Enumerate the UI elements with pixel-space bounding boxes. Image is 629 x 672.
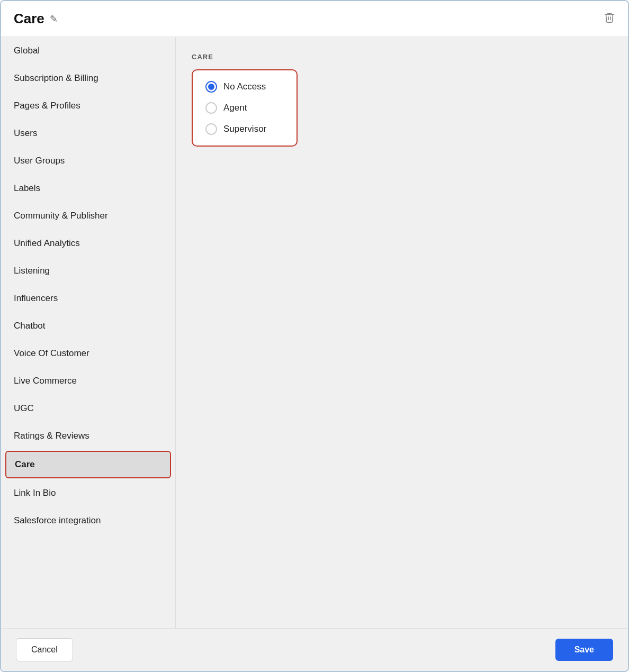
sidebar-item-care[interactable]: Care [5, 451, 171, 478]
content-area: CARE No Access Agent Supervisor [176, 37, 628, 628]
sidebar-item-labels[interactable]: Labels [1, 175, 175, 202]
edit-icon[interactable]: ✎ [50, 13, 58, 25]
sidebar-item-chatbot[interactable]: Chatbot [1, 312, 175, 340]
radio-label-supervisor: Supervisor [223, 124, 266, 134]
sidebar-item-community-publisher[interactable]: Community & Publisher [1, 202, 175, 230]
sidebar-item-pages-profiles[interactable]: Pages & Profiles [1, 92, 175, 120]
sidebar-item-global[interactable]: Global [1, 37, 175, 65]
header: Care ✎ [1, 1, 628, 37]
header-left: Care ✎ [14, 11, 58, 27]
sidebar-item-users[interactable]: Users [1, 120, 175, 147]
trash-icon[interactable] [604, 12, 615, 26]
radio-label-no-access: No Access [223, 81, 266, 92]
radio-option-no-access[interactable]: No Access [205, 81, 284, 93]
page-title: Care [14, 11, 44, 27]
radio-option-supervisor[interactable]: Supervisor [205, 123, 284, 135]
sidebar-item-voice-of-customer[interactable]: Voice Of Customer [1, 340, 175, 367]
cancel-button[interactable]: Cancel [16, 638, 73, 661]
sidebar-item-ratings-reviews[interactable]: Ratings & Reviews [1, 422, 175, 450]
sidebar-item-subscription-billing[interactable]: Subscription & Billing [1, 65, 175, 92]
save-button[interactable]: Save [555, 639, 613, 661]
sidebar-item-live-commerce[interactable]: Live Commerce [1, 367, 175, 395]
sidebar-item-ugc[interactable]: UGC [1, 395, 175, 422]
sidebar-item-listening[interactable]: Listening [1, 257, 175, 285]
radio-option-agent[interactable]: Agent [205, 102, 284, 114]
radio-circle-supervisor [205, 123, 217, 135]
sidebar-item-influencers[interactable]: Influencers [1, 285, 175, 312]
footer: Cancel Save [1, 628, 628, 671]
radio-group-box: No Access Agent Supervisor [192, 69, 298, 147]
sidebar: Global Subscription & Billing Pages & Pr… [1, 37, 176, 628]
svg-rect-0 [607, 13, 612, 14]
radio-circle-agent [205, 102, 217, 114]
sidebar-item-link-in-bio[interactable]: Link In Bio [1, 479, 175, 507]
main-content: Global Subscription & Billing Pages & Pr… [1, 37, 628, 628]
sidebar-item-user-groups[interactable]: User Groups [1, 147, 175, 175]
radio-label-agent: Agent [223, 103, 247, 113]
sidebar-item-unified-analytics[interactable]: Unified Analytics [1, 230, 175, 257]
section-label: CARE [192, 53, 612, 61]
sidebar-item-salesforce-integration[interactable]: Salesforce integration [1, 507, 175, 534]
header-right [604, 12, 615, 26]
radio-circle-no-access [205, 81, 217, 93]
